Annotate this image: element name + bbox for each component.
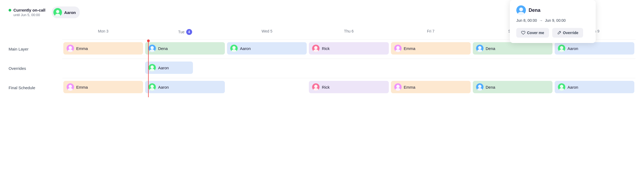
svg-point-19: [396, 46, 399, 49]
schedule-block[interactable]: Rick: [309, 81, 389, 93]
avatar-aaron: [148, 83, 156, 91]
user-name: Aaron: [158, 66, 169, 70]
main-container: Currently on-call until Jun 5, 00:00 Aar…: [0, 0, 644, 180]
current-user-chip[interactable]: Aaron: [52, 6, 79, 18]
svg-point-46: [560, 85, 563, 88]
user-name: Aaron: [568, 46, 578, 51]
on-call-label: Currently on-call: [9, 8, 45, 12]
cell-1: Aaron: [144, 78, 226, 97]
avatar-aaron: [230, 45, 238, 52]
avatar-emma: [394, 45, 402, 52]
cell-4: Emma: [390, 39, 472, 59]
avatar-emma: [67, 83, 74, 91]
user-name: Emma: [76, 46, 88, 51]
day-label: Wed 5: [226, 29, 308, 33]
day-header-4: Fri 7: [390, 27, 472, 39]
day-header-3: Thu 6: [308, 27, 390, 39]
avatar-emma: [394, 83, 402, 91]
on-call-until: until Jun 5, 00:00: [9, 13, 45, 17]
avatar-rick: [312, 45, 320, 52]
tooltip-avatar-dena: [516, 5, 526, 15]
day-label: Mon 3: [62, 29, 144, 33]
row-label: Main Layer: [9, 39, 62, 59]
cell-3: [308, 59, 390, 78]
cell-0: [62, 59, 144, 78]
day-header-0: Mon 3: [62, 27, 144, 39]
row-label: Overrides: [9, 59, 62, 78]
schedule-block[interactable]: Emma: [391, 81, 471, 93]
schedule-block[interactable]: Emma: [63, 81, 143, 93]
user-name: Rick: [322, 85, 330, 89]
avatar-aaron: [148, 64, 156, 71]
user-name: Dena: [158, 46, 168, 51]
avatar-dena: [148, 45, 156, 52]
cell-2: Aaron: [226, 39, 308, 59]
svg-point-34: [151, 85, 154, 88]
avatar-aaron: [53, 8, 62, 17]
avatar-aaron: [558, 83, 565, 91]
user-name: Emma: [404, 46, 415, 51]
schedule-block[interactable]: Aaron: [145, 62, 193, 74]
day-label: Tue 4: [144, 29, 226, 35]
heart-icon: [521, 31, 525, 35]
empty-col: [9, 27, 62, 39]
schedule-block[interactable]: Rick: [309, 42, 389, 55]
cell-3: Rick: [308, 78, 390, 97]
avatar-dena: [476, 83, 484, 91]
cell-0: Emma: [62, 78, 144, 97]
avatar-dena: [476, 45, 484, 52]
user-name: Aaron: [240, 46, 251, 51]
tooltip-header: Dena: [516, 5, 589, 15]
svg-point-31: [69, 85, 72, 88]
user-name: Dena: [486, 46, 495, 51]
cell-6: Aaron: [554, 78, 635, 97]
row-label: Final Schedule: [9, 78, 62, 97]
cell-3: Rick: [308, 39, 390, 59]
cell-6: [554, 59, 635, 78]
avatar-aaron: [558, 45, 565, 52]
cell-2: [226, 59, 308, 78]
schedule-block[interactable]: Emma: [63, 42, 143, 55]
cell-1: Dena: [144, 39, 226, 59]
user-name: Dena: [486, 85, 495, 89]
svg-point-28: [151, 66, 154, 69]
cell-4: [390, 59, 472, 78]
svg-point-25: [560, 46, 563, 49]
tooltip-user-name: Dena: [529, 8, 540, 13]
schedule-block[interactable]: Aaron: [555, 81, 634, 93]
svg-point-1: [56, 10, 59, 13]
user-name: Aaron: [568, 85, 578, 89]
cell-5: Dena: [472, 78, 554, 97]
arrow-icon: →: [539, 18, 543, 23]
tooltip-popup: Dena Jun 8, 00:00 → Jun 9, 00:00 Cover m…: [510, 0, 596, 43]
today-badge: 4: [186, 29, 192, 35]
svg-point-37: [314, 85, 317, 88]
schedule-block[interactable]: Aaron: [555, 42, 634, 55]
user-name: Emma: [404, 85, 415, 89]
svg-point-40: [396, 85, 399, 88]
tooltip-start: Jun 8, 00:00: [516, 18, 537, 23]
cell-0: Emma: [62, 39, 144, 59]
tooltip-actions: Cover me Override: [516, 28, 589, 38]
avatar-emma: [67, 45, 74, 52]
on-call-text: Currently on-call: [13, 8, 45, 12]
cell-1: Aaron: [144, 59, 226, 78]
schedule-block[interactable]: Dena: [473, 42, 552, 55]
tooltip-end: Jun 9, 00:00: [545, 18, 566, 23]
schedule-block[interactable]: Dena: [145, 42, 225, 55]
cover-me-button[interactable]: Cover me: [516, 28, 549, 38]
on-call-info: Currently on-call until Jun 5, 00:00: [9, 8, 45, 17]
override-button[interactable]: Override: [552, 28, 583, 38]
current-time-line: [148, 41, 149, 97]
svg-point-13: [232, 46, 236, 49]
svg-point-43: [478, 85, 481, 88]
user-name: Emma: [76, 85, 88, 89]
schedule-block[interactable]: Emma: [391, 42, 471, 55]
schedule-block[interactable]: Dena: [473, 81, 552, 93]
day-header-2: Wed 5: [226, 27, 308, 39]
schedule-block[interactable]: Aaron: [227, 42, 307, 55]
override-icon: [557, 31, 561, 35]
svg-point-22: [478, 46, 481, 49]
schedule-block[interactable]: Aaron: [145, 81, 225, 93]
day-header-1: Tue 4: [144, 27, 226, 39]
